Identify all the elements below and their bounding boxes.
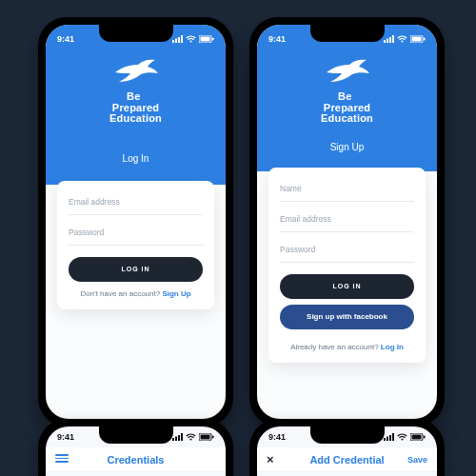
wifi-icon	[186, 35, 196, 43]
credentials-title: Credentials	[84, 454, 188, 466]
svg-rect-0	[172, 40, 174, 43]
battery-icon	[410, 433, 426, 441]
password-field[interactable]	[280, 238, 414, 263]
email-field[interactable]	[280, 208, 414, 232]
phone-credentials: 9:41 Credentials	[38, 419, 233, 476]
phone-add-credential: 9:41 × Add Credential Save	[249, 419, 445, 476]
credentials-navbar: Credentials	[46, 447, 226, 472]
battery-icon	[410, 35, 426, 43]
signup-link[interactable]: Sign Up	[162, 289, 190, 298]
brand-wordmark: Be PreparedEducation	[321, 91, 373, 125]
login-hero: 9:41	[46, 25, 226, 185]
signal-icon	[172, 35, 183, 43]
svg-rect-1	[175, 39, 177, 44]
svg-rect-16	[178, 435, 180, 441]
svg-rect-12	[412, 37, 422, 42]
battery-icon	[199, 433, 214, 441]
add-credential-title: Add Credential	[295, 454, 399, 466]
status-time: 9:41	[57, 432, 74, 442]
svg-rect-6	[212, 38, 214, 41]
brand-line-3: Education	[321, 112, 373, 124]
password-field[interactable]	[69, 221, 203, 246]
svg-rect-21	[384, 438, 386, 441]
signup-card: LOG IN Sign up with facebook Already hav…	[268, 168, 426, 363]
svg-rect-22	[387, 437, 388, 442]
wifi-icon	[397, 433, 407, 441]
svg-rect-24	[392, 433, 394, 441]
svg-rect-20	[212, 436, 214, 439]
brand-line-3: Education	[109, 112, 162, 124]
battery-icon	[199, 35, 214, 43]
phone-signup: 9:41 Be PreparedEducation Sign Up	[249, 17, 445, 426]
signup-hero: 9:41 Be PreparedEducation Sign Up	[257, 25, 437, 171]
status-time: 9:41	[57, 34, 74, 44]
brand-line-2: Prepared	[112, 102, 159, 113]
svg-rect-13	[424, 38, 426, 41]
device-notch	[310, 25, 385, 42]
svg-rect-19	[201, 435, 210, 440]
device-notch	[99, 25, 173, 42]
facebook-button-prefix: Sign up with	[307, 312, 352, 321]
login-screen: 9:41	[46, 25, 226, 419]
brand-line-2: Prepared	[324, 102, 370, 113]
facebook-button-bold: facebook	[354, 312, 387, 321]
bird-logo	[113, 59, 159, 84]
status-time: 9:41	[268, 432, 286, 442]
svg-rect-15	[175, 437, 177, 442]
svg-rect-2	[178, 37, 180, 43]
login-card: LOG IN Don't have an account? Sign Up	[57, 181, 214, 309]
svg-rect-5	[201, 37, 210, 42]
login-title: Log In	[123, 153, 149, 164]
facebook-signup-button[interactable]: Sign up with facebook	[280, 305, 414, 329]
login-button[interactable]: LOG IN	[69, 257, 203, 282]
svg-rect-23	[389, 435, 391, 441]
wifi-icon	[397, 35, 407, 43]
svg-rect-9	[389, 37, 391, 43]
signup-title: Sign Up	[330, 142, 365, 152]
wifi-icon	[186, 433, 196, 441]
add-credential-navbar: × Add Credential Save	[257, 447, 437, 472]
status-time: 9:41	[268, 34, 286, 44]
signup-footer: Already have an account? Log In	[280, 343, 414, 351]
signup-submit-button[interactable]: LOG IN	[280, 274, 414, 299]
save-button[interactable]: Save	[399, 455, 427, 465]
device-notch	[310, 426, 385, 444]
svg-rect-26	[412, 435, 422, 440]
phone-login: 9:41	[38, 17, 233, 426]
login-footer-text: Don't have an account?	[80, 289, 162, 298]
hamburger-icon[interactable]	[55, 452, 84, 466]
email-field[interactable]	[69, 190, 203, 215]
close-icon[interactable]: ×	[267, 453, 295, 466]
device-notch	[99, 426, 173, 444]
signal-icon	[384, 433, 394, 441]
login-link[interactable]: Log In	[381, 343, 404, 351]
svg-rect-7	[384, 40, 386, 43]
bird-logo	[325, 59, 370, 84]
svg-rect-8	[387, 39, 388, 44]
login-footer: Don't have an account? Sign Up	[69, 289, 203, 298]
svg-rect-14	[172, 438, 174, 441]
signal-icon	[172, 433, 183, 441]
signup-screen: 9:41 Be PreparedEducation Sign Up	[257, 25, 437, 419]
brand-wordmark: Be PreparedEducation	[109, 91, 162, 125]
svg-rect-27	[424, 436, 426, 439]
svg-rect-17	[181, 433, 183, 441]
name-field[interactable]	[280, 177, 414, 202]
signal-icon	[384, 35, 394, 43]
svg-rect-10	[392, 35, 394, 43]
signup-footer-text: Already have an account?	[290, 343, 381, 351]
svg-rect-3	[181, 35, 183, 43]
